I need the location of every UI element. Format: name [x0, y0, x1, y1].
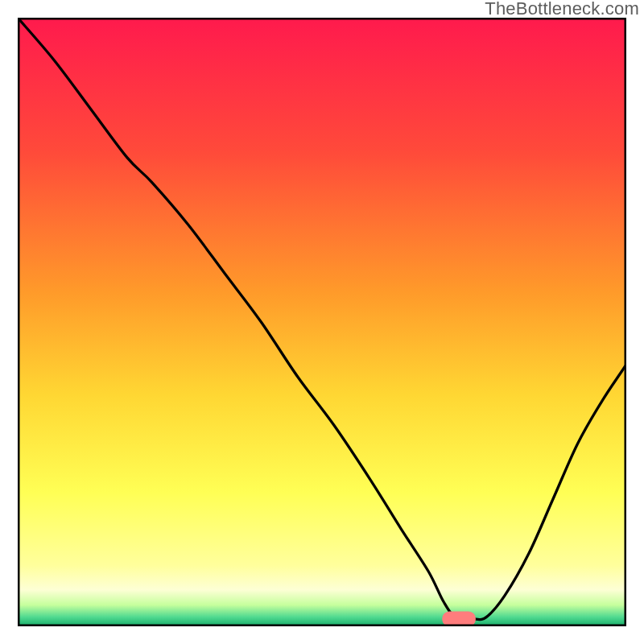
optimal-marker — [442, 611, 476, 626]
chart-frame: TheBottleneck.com — [0, 0, 644, 644]
bottleneck-chart — [18, 18, 626, 626]
plot-background — [18, 18, 626, 626]
watermark-text: TheBottleneck.com — [485, 0, 639, 19]
